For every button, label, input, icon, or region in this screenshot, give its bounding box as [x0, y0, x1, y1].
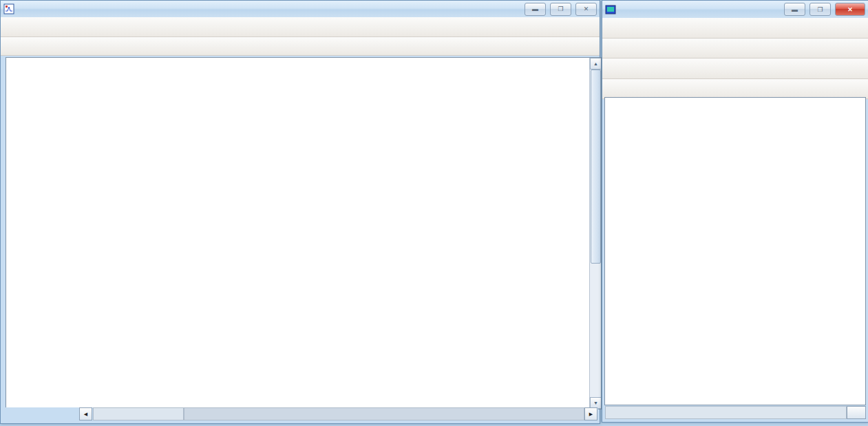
desktop: ▬ ❐ ✕ ▲ ▼ ◀ ▶: [0, 0, 868, 426]
hscroll-thumb[interactable]: [847, 406, 866, 419]
edit-toolbar: [1, 37, 600, 56]
main-toolbar: [1, 17, 600, 37]
plot-panel: [604, 97, 866, 405]
schematic-canvas[interactable]: [6, 58, 589, 407]
scroll-thumb[interactable]: [591, 70, 601, 264]
hscroll-track[interactable]: [605, 406, 847, 419]
minimize-button[interactable]: ▬: [525, 3, 546, 16]
analysis-plots[interactable]: [605, 98, 864, 403]
restore-button[interactable]: ❐: [809, 3, 831, 16]
analysis-icon: [605, 4, 616, 15]
hscroll-track[interactable]: [93, 407, 184, 420]
schematic-tabbar: ◀ ▶: [2, 407, 598, 422]
hscroll-rest[interactable]: [184, 407, 584, 420]
close-button[interactable]: ✕: [575, 3, 597, 16]
schematic-titlebar[interactable]: ▬ ❐ ✕: [1, 1, 600, 17]
plot-layout-toolbar: [602, 39, 868, 58]
restore-button[interactable]: ❐: [550, 3, 571, 16]
hscroll-right-button[interactable]: ▶: [584, 407, 597, 420]
minimize-button[interactable]: ▬: [784, 3, 805, 16]
transient-titlebar[interactable]: ▬ ❐ ✕: [602, 1, 868, 18]
schematic-window: ▬ ❐ ✕ ▲ ▼ ◀ ▶: [0, 0, 600, 424]
scale-toolbar: [602, 79, 868, 99]
close-button[interactable]: ✕: [835, 3, 865, 16]
schematic-vscrollbar[interactable]: ▲ ▼: [589, 58, 601, 409]
schematic-canvas-area: ▲ ▼: [6, 57, 602, 409]
app-icon: [3, 3, 14, 14]
transient-window: ▬ ❐ ✕: [602, 0, 868, 423]
cursor-toolbar: [602, 58, 868, 79]
analysis-toolbar: [602, 18, 868, 39]
scroll-up-button[interactable]: ▲: [590, 58, 602, 70]
transient-tabbar: [604, 406, 867, 420]
hscroll-left-button[interactable]: ◀: [79, 407, 92, 420]
